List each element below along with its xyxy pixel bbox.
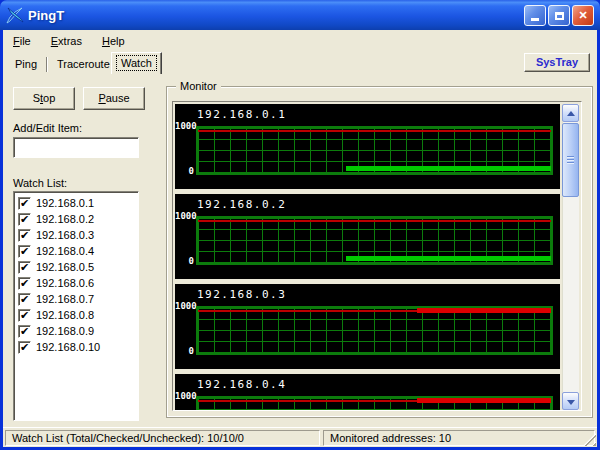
app-body: File Extras Help Ping Traceroute Watch S… <box>3 30 597 447</box>
list-item-label: 192.168.0.8 <box>36 309 94 321</box>
chevron-down-icon <box>567 400 575 405</box>
graph-line-segment <box>346 256 551 261</box>
y-axis-min-label: 0 <box>175 346 194 356</box>
monitor-scrollbar[interactable] <box>562 104 579 410</box>
minimize-icon <box>531 18 539 21</box>
y-axis-min-label: 0 <box>175 166 194 176</box>
list-item[interactable]: ✔ 192.168.0.4 <box>16 243 136 259</box>
stop-button[interactable]: Stop <box>13 87 75 110</box>
graph-title: 192.168.0.1 <box>197 108 286 121</box>
watch-list-label: Watch List: <box>13 177 67 189</box>
menu-extras[interactable]: Extras <box>47 33 86 49</box>
y-axis-max-label: 1000 <box>175 211 194 221</box>
checkbox[interactable]: ✔ <box>18 245 31 258</box>
checkbox[interactable]: ✔ <box>18 309 31 322</box>
graph-grid <box>196 126 553 175</box>
checkbox[interactable]: ✔ <box>18 229 31 242</box>
graphs-container: 192.168.0.1 1000 0 192.168.0.2 1000 0 19… <box>175 104 560 410</box>
list-item-label: 192.168.0.6 <box>36 277 94 289</box>
list-item[interactable]: ✔ 192.168.0.2 <box>16 211 136 227</box>
graph-line-segment <box>417 308 551 313</box>
window-title: PingT <box>28 8 64 23</box>
systray-button[interactable]: SysTray <box>524 53 590 72</box>
checkbox[interactable]: ✔ <box>18 293 31 306</box>
pause-button[interactable]: Pause <box>83 87 145 110</box>
list-item[interactable]: ✔ 192.168.0.1 <box>16 195 136 211</box>
scroll-down-button[interactable] <box>562 392 579 410</box>
list-item[interactable]: ✔ 192.168.0.3 <box>16 227 136 243</box>
monitor-group: Monitor 192.168.0.1 1000 0 192.168.0.2 1… <box>166 86 593 418</box>
list-item-label: 192.168.0.7 <box>36 293 94 305</box>
list-item-label: 192.168.0.1 <box>36 197 94 209</box>
graph-title: 192.168.0.2 <box>197 198 286 211</box>
tab-separator <box>46 57 48 72</box>
graph-line-segment <box>198 220 551 222</box>
status-monitored: Monitored addresses: 10 <box>323 430 595 446</box>
monitor-graph: 192.168.0.4 1000 0 <box>175 374 560 410</box>
monitor-graph: 192.168.0.1 1000 0 <box>175 104 560 189</box>
list-item[interactable]: ✔ 192.168.0.8 <box>16 307 136 323</box>
list-item-label: 192.168.0.4 <box>36 245 94 257</box>
maximize-button[interactable] <box>548 5 570 26</box>
graph-line-segment <box>417 398 551 403</box>
add-edit-label: Add/Edit Item: <box>13 122 82 134</box>
y-axis-min-label: 0 <box>175 256 194 266</box>
graph-grid <box>196 396 553 410</box>
list-item[interactable]: ✔ 192.168.0.6 <box>16 275 136 291</box>
tab-traceroute[interactable]: Traceroute <box>49 57 118 74</box>
graph-line-segment <box>198 310 417 312</box>
app-window: PingT ✕ File Extras Help Ping Traceroute… <box>0 0 600 450</box>
checkbox[interactable]: ✔ <box>18 197 31 210</box>
status-bar: Watch List (Total/Checked/Unchecked): 10… <box>3 427 597 447</box>
graph-line-segment <box>346 166 551 171</box>
monitor-graph: 192.168.0.2 1000 0 <box>175 194 560 279</box>
y-axis-max-label: 1000 <box>175 391 194 401</box>
list-item-label: 192.168.0.2 <box>36 213 94 225</box>
checkbox[interactable]: ✔ <box>18 341 31 354</box>
list-item[interactable]: ✔ 192.168.0.7 <box>16 291 136 307</box>
checkbox[interactable]: ✔ <box>18 325 31 338</box>
title-bar[interactable]: PingT ✕ <box>0 0 600 30</box>
list-item[interactable]: ✔ 192.168.0.9 <box>16 323 136 339</box>
checkbox[interactable]: ✔ <box>18 261 31 274</box>
graph-line-segment <box>198 130 551 132</box>
graph-grid <box>196 306 553 355</box>
checkbox[interactable]: ✔ <box>18 277 31 290</box>
y-axis-max-label: 1000 <box>175 301 194 311</box>
graph-title: 192.168.0.3 <box>197 288 286 301</box>
graph-grid <box>196 216 553 265</box>
monitor-panel: 192.168.0.1 1000 0 192.168.0.2 1000 0 19… <box>172 101 582 411</box>
status-watchlist: Watch List (Total/Checked/Unchecked): 10… <box>5 430 320 446</box>
add-edit-input[interactable] <box>13 137 139 158</box>
menu-file[interactable]: File <box>9 33 35 49</box>
tab-strip: Ping Traceroute Watch <box>3 52 597 74</box>
watch-list[interactable]: ✔ 192.168.0.1 ✔ 192.168.0.2 ✔ 192.168.0.… <box>13 191 139 421</box>
menu-help[interactable]: Help <box>98 33 129 49</box>
close-icon: ✕ <box>578 9 587 22</box>
monitor-graph: 192.168.0.3 1000 0 <box>175 284 560 369</box>
checkbox[interactable]: ✔ <box>18 213 31 226</box>
tab-ping[interactable]: Ping <box>7 57 45 74</box>
graph-title: 192.168.0.4 <box>197 378 286 391</box>
monitor-group-label: Monitor <box>176 80 221 92</box>
graph-line-segment <box>198 400 417 402</box>
maximize-icon <box>555 12 564 20</box>
scrollbar-thumb[interactable] <box>562 123 579 197</box>
list-item[interactable]: ✔ 192.168.0.5 <box>16 259 136 275</box>
menu-bar: File Extras Help <box>3 30 597 52</box>
scrollbar-grip-icon <box>567 156 574 165</box>
minimize-button[interactable] <box>524 5 546 26</box>
scroll-up-button[interactable] <box>562 104 579 122</box>
close-button[interactable]: ✕ <box>572 5 594 26</box>
tab-watch[interactable]: Watch <box>111 52 162 74</box>
chevron-up-icon <box>567 111 575 116</box>
list-item-label: 192.168.0.10 <box>36 341 100 353</box>
list-item-label: 192.168.0.5 <box>36 261 94 273</box>
app-icon <box>6 6 24 24</box>
list-item-label: 192.168.0.9 <box>36 325 94 337</box>
y-axis-max-label: 1000 <box>175 121 194 131</box>
list-item[interactable]: ✔ 192.168.0.10 <box>16 339 136 355</box>
list-item-label: 192.168.0.3 <box>36 229 94 241</box>
